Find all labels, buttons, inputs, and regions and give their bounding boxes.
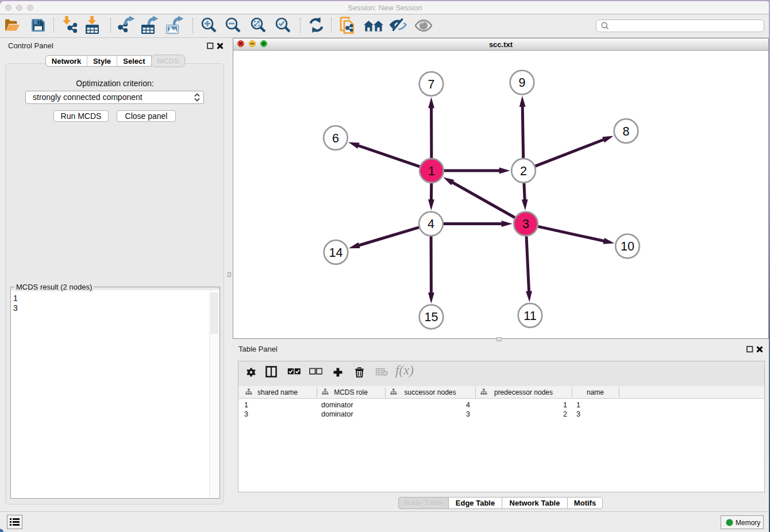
svg-text:3: 3 (522, 217, 529, 231)
svg-text:11: 11 (523, 309, 536, 323)
svg-text:10: 10 (621, 240, 634, 253)
svg-text:14: 14 (329, 246, 343, 260)
svg-text:7: 7 (428, 78, 435, 91)
svg-text:15: 15 (425, 310, 438, 324)
svg-text:8: 8 (623, 125, 630, 138)
svg-text:2: 2 (520, 164, 527, 178)
svg-text:4: 4 (428, 217, 434, 231)
svg-text:6: 6 (332, 132, 339, 145)
svg-text:1: 1 (428, 164, 435, 178)
svg-text:9: 9 (519, 76, 526, 90)
